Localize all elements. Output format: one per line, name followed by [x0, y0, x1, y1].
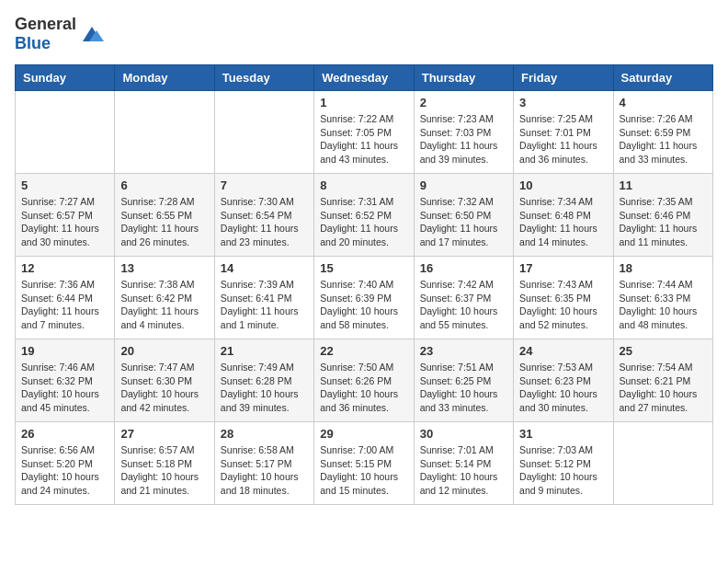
calendar-week-2: 5Sunrise: 7:27 AM Sunset: 6:57 PM Daylig… — [16, 174, 713, 257]
day-info: Sunrise: 7:27 AM Sunset: 6:57 PM Dayligh… — [21, 195, 108, 249]
day-number: 6 — [120, 178, 208, 192]
day-info: Sunrise: 6:56 AM Sunset: 5:20 PM Dayligh… — [21, 443, 108, 498]
day-number: 26 — [21, 427, 108, 441]
day-number: 11 — [620, 178, 707, 192]
day-info: Sunrise: 7:40 AM Sunset: 6:39 PM Dayligh… — [320, 278, 407, 332]
day-number: 17 — [519, 261, 607, 275]
day-number: 14 — [221, 261, 308, 275]
logo-blue: Blue — [15, 34, 51, 52]
day-number: 30 — [420, 427, 507, 441]
calendar-week-4: 19Sunrise: 7:46 AM Sunset: 6:32 PM Dayli… — [16, 339, 713, 422]
day-info: Sunrise: 7:47 AM Sunset: 6:30 PM Dayligh… — [120, 361, 208, 415]
calendar-cell: 1Sunrise: 7:22 AM Sunset: 7:05 PM Daylig… — [314, 91, 414, 174]
calendar-cell: 12Sunrise: 7:36 AM Sunset: 6:44 PM Dayli… — [16, 257, 115, 339]
day-number: 8 — [320, 178, 407, 192]
day-info: Sunrise: 7:42 AM Sunset: 6:37 PM Dayligh… — [420, 278, 507, 332]
calendar-header-monday: Monday — [115, 65, 214, 91]
calendar-cell: 2Sunrise: 7:23 AM Sunset: 7:03 PM Daylig… — [414, 91, 513, 174]
logo-icon — [78, 23, 106, 45]
day-info: Sunrise: 7:51 AM Sunset: 6:25 PM Dayligh… — [420, 361, 507, 415]
day-info: Sunrise: 7:23 AM Sunset: 7:03 PM Dayligh… — [420, 112, 507, 167]
day-info: Sunrise: 7:01 AM Sunset: 5:14 PM Dayligh… — [420, 443, 507, 498]
calendar-cell: 27Sunrise: 6:57 AM Sunset: 5:18 PM Dayli… — [115, 422, 214, 505]
day-info: Sunrise: 6:57 AM Sunset: 5:18 PM Dayligh… — [120, 443, 208, 498]
day-info: Sunrise: 7:50 AM Sunset: 6:26 PM Dayligh… — [320, 361, 407, 415]
calendar-header-friday: Friday — [514, 65, 613, 91]
calendar-cell: 23Sunrise: 7:51 AM Sunset: 6:25 PM Dayli… — [414, 339, 513, 422]
logo: General Blue — [15, 15, 106, 53]
calendar-cell: 26Sunrise: 6:56 AM Sunset: 5:20 PM Dayli… — [16, 422, 115, 505]
day-number: 20 — [120, 344, 208, 358]
calendar-cell: 13Sunrise: 7:38 AM Sunset: 6:42 PM Dayli… — [115, 257, 214, 339]
day-info: Sunrise: 7:35 AM Sunset: 6:46 PM Dayligh… — [620, 195, 707, 249]
day-info: Sunrise: 7:03 AM Sunset: 5:12 PM Dayligh… — [519, 443, 607, 498]
calendar-cell: 15Sunrise: 7:40 AM Sunset: 6:39 PM Dayli… — [314, 257, 414, 339]
day-number: 18 — [620, 261, 707, 275]
calendar-cell: 22Sunrise: 7:50 AM Sunset: 6:26 PM Dayli… — [314, 339, 414, 422]
calendar-cell — [613, 422, 712, 505]
calendar-cell: 17Sunrise: 7:43 AM Sunset: 6:35 PM Dayli… — [514, 257, 613, 339]
calendar-cell: 10Sunrise: 7:34 AM Sunset: 6:48 PM Dayli… — [514, 174, 613, 257]
calendar-cell: 21Sunrise: 7:49 AM Sunset: 6:28 PM Dayli… — [214, 339, 313, 422]
calendar-header-row: SundayMondayTuesdayWednesdayThursdayFrid… — [16, 65, 713, 91]
day-number: 25 — [620, 344, 707, 358]
day-info: Sunrise: 7:53 AM Sunset: 6:23 PM Dayligh… — [519, 361, 607, 415]
calendar-cell: 5Sunrise: 7:27 AM Sunset: 6:57 PM Daylig… — [16, 174, 115, 257]
day-info: Sunrise: 7:22 AM Sunset: 7:05 PM Dayligh… — [320, 112, 407, 167]
calendar-cell: 7Sunrise: 7:30 AM Sunset: 6:54 PM Daylig… — [214, 174, 313, 257]
calendar-cell: 20Sunrise: 7:47 AM Sunset: 6:30 PM Dayli… — [115, 339, 214, 422]
calendar-week-5: 26Sunrise: 6:56 AM Sunset: 5:20 PM Dayli… — [16, 422, 713, 505]
day-number: 23 — [420, 344, 507, 358]
day-info: Sunrise: 7:49 AM Sunset: 6:28 PM Dayligh… — [221, 361, 308, 415]
day-info: Sunrise: 7:54 AM Sunset: 6:21 PM Dayligh… — [620, 361, 707, 415]
day-number: 1 — [320, 96, 407, 109]
day-info: Sunrise: 7:00 AM Sunset: 5:15 PM Dayligh… — [320, 443, 407, 498]
day-info: Sunrise: 7:39 AM Sunset: 6:41 PM Dayligh… — [221, 278, 308, 332]
calendar-header-saturday: Saturday — [613, 65, 712, 91]
calendar-cell: 24Sunrise: 7:53 AM Sunset: 6:23 PM Dayli… — [514, 339, 613, 422]
day-number: 13 — [120, 261, 208, 275]
day-number: 31 — [519, 427, 607, 441]
calendar-cell: 29Sunrise: 7:00 AM Sunset: 5:15 PM Dayli… — [314, 422, 414, 505]
day-number: 9 — [420, 178, 507, 192]
calendar-cell: 6Sunrise: 7:28 AM Sunset: 6:55 PM Daylig… — [115, 174, 214, 257]
day-number: 19 — [21, 344, 108, 358]
calendar-week-1: 1Sunrise: 7:22 AM Sunset: 7:05 PM Daylig… — [16, 91, 713, 174]
day-number: 2 — [420, 96, 507, 109]
day-info: Sunrise: 7:34 AM Sunset: 6:48 PM Dayligh… — [519, 195, 607, 249]
day-info: Sunrise: 6:58 AM Sunset: 5:17 PM Dayligh… — [221, 443, 308, 498]
logo-text: General Blue — [15, 15, 76, 53]
day-number: 10 — [519, 178, 607, 192]
day-info: Sunrise: 7:32 AM Sunset: 6:50 PM Dayligh… — [420, 195, 507, 249]
calendar-header-thursday: Thursday — [414, 65, 513, 91]
day-number: 28 — [221, 427, 308, 441]
calendar-cell: 28Sunrise: 6:58 AM Sunset: 5:17 PM Dayli… — [214, 422, 313, 505]
day-number: 29 — [320, 427, 407, 441]
day-number: 5 — [21, 178, 108, 192]
day-info: Sunrise: 7:26 AM Sunset: 6:59 PM Dayligh… — [620, 112, 707, 167]
day-info: Sunrise: 7:30 AM Sunset: 6:54 PM Dayligh… — [221, 195, 308, 249]
calendar-cell — [16, 91, 115, 174]
day-info: Sunrise: 7:25 AM Sunset: 7:01 PM Dayligh… — [519, 112, 607, 167]
calendar-header-sunday: Sunday — [16, 65, 115, 91]
calendar-cell: 30Sunrise: 7:01 AM Sunset: 5:14 PM Dayli… — [414, 422, 513, 505]
calendar-cell: 18Sunrise: 7:44 AM Sunset: 6:33 PM Dayli… — [613, 257, 712, 339]
calendar-cell: 31Sunrise: 7:03 AM Sunset: 5:12 PM Dayli… — [514, 422, 613, 505]
day-number: 4 — [620, 96, 707, 109]
calendar-cell: 11Sunrise: 7:35 AM Sunset: 6:46 PM Dayli… — [613, 174, 712, 257]
day-info: Sunrise: 7:38 AM Sunset: 6:42 PM Dayligh… — [120, 278, 208, 332]
calendar-cell — [115, 91, 214, 174]
day-number: 21 — [221, 344, 308, 358]
day-number: 3 — [519, 96, 607, 109]
day-number: 27 — [120, 427, 208, 441]
calendar-cell: 19Sunrise: 7:46 AM Sunset: 6:32 PM Dayli… — [16, 339, 115, 422]
calendar-header-wednesday: Wednesday — [314, 65, 414, 91]
day-info: Sunrise: 7:44 AM Sunset: 6:33 PM Dayligh… — [620, 278, 707, 332]
calendar-table: SundayMondayTuesdayWednesdayThursdayFrid… — [15, 64, 713, 505]
calendar-cell: 16Sunrise: 7:42 AM Sunset: 6:37 PM Dayli… — [414, 257, 513, 339]
day-number: 15 — [320, 261, 407, 275]
calendar-cell: 25Sunrise: 7:54 AM Sunset: 6:21 PM Dayli… — [613, 339, 712, 422]
day-info: Sunrise: 7:43 AM Sunset: 6:35 PM Dayligh… — [519, 278, 607, 332]
day-number: 7 — [221, 178, 308, 192]
calendar-cell: 14Sunrise: 7:39 AM Sunset: 6:41 PM Dayli… — [214, 257, 313, 339]
